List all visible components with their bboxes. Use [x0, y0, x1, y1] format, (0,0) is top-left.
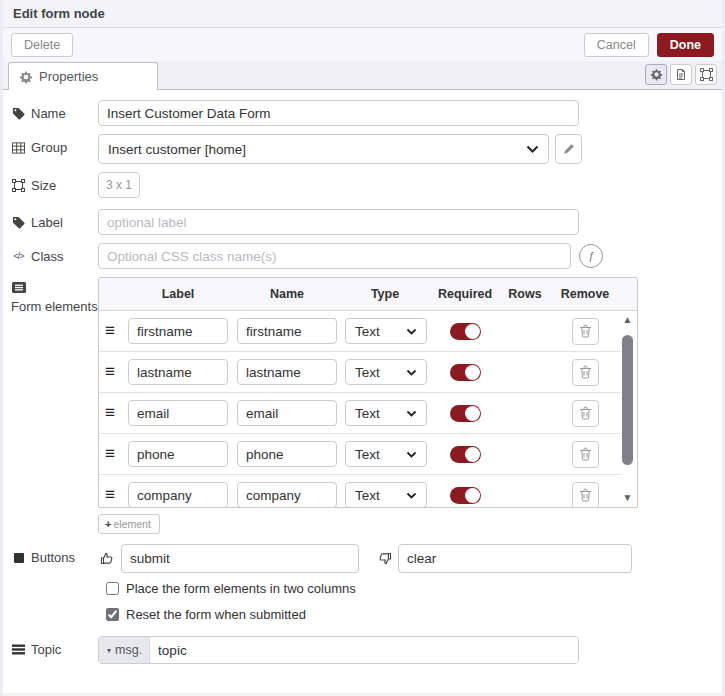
buttons-row: Buttons	[11, 544, 714, 573]
drag-handle[interactable]: ≡	[99, 485, 115, 504]
required-toggle[interactable]	[450, 446, 481, 463]
drag-handle[interactable]: ≡	[99, 362, 115, 381]
drag-handle[interactable]: ≡	[99, 403, 115, 422]
edit-group-button[interactable]	[555, 134, 582, 164]
reset-checkbox[interactable]	[106, 608, 119, 621]
toggle-knob	[465, 365, 480, 380]
required-cell	[429, 446, 501, 463]
column-label: Label	[123, 287, 233, 301]
group-select[interactable]: Insert customer [home]	[98, 134, 549, 164]
size-label: Size	[11, 172, 98, 194]
remove-cell	[549, 441, 621, 468]
appearance-icon	[700, 68, 713, 81]
element-label-input[interactable]	[128, 400, 228, 426]
properties-form: Name Group Insert customer [home]	[3, 90, 722, 664]
remove-cell	[549, 318, 621, 345]
required-toggle[interactable]	[450, 323, 481, 340]
done-button[interactable]: Done	[657, 33, 714, 57]
toggle-knob	[465, 406, 480, 421]
reset-option: Reset the form when submitted	[106, 607, 714, 622]
scroll-up-arrow[interactable]: ▲	[619, 313, 636, 327]
two-columns-label: Place the form elements in two columns	[126, 581, 356, 596]
required-toggle[interactable]	[450, 405, 481, 422]
element-name-input[interactable]	[237, 318, 337, 344]
column-type: Type	[341, 287, 429, 301]
clear-button-input[interactable]	[398, 544, 632, 573]
element-name-input[interactable]	[237, 441, 337, 467]
name-row: Name	[11, 100, 714, 126]
plus-icon: +	[105, 518, 111, 530]
fx-icon: ƒ	[588, 250, 594, 262]
gear-icon	[19, 70, 33, 84]
class-input[interactable]	[98, 243, 571, 269]
required-toggle[interactable]	[450, 487, 481, 504]
tag-icon	[11, 107, 26, 120]
form-element-row: ≡ Text	[99, 393, 621, 434]
required-toggle[interactable]	[450, 364, 481, 381]
chevron-down-icon	[406, 451, 417, 458]
delete-element-button[interactable]	[572, 400, 599, 427]
tab-properties-label: Properties	[39, 69, 98, 84]
size-button[interactable]: 3 x 1	[98, 172, 140, 198]
document-icon	[675, 68, 687, 81]
topic-label: Topic	[11, 636, 98, 658]
add-element-button[interactable]: +element	[98, 514, 160, 534]
dialog-button-row: Delete Cancel Done	[3, 28, 722, 61]
type-cell: Text	[341, 441, 429, 467]
scrollbar-thumb[interactable]	[622, 335, 633, 465]
label-input[interactable]	[98, 209, 579, 235]
element-name-input[interactable]	[237, 482, 337, 507]
delete-element-button[interactable]	[572, 441, 599, 468]
chevron-down-icon	[406, 328, 417, 335]
element-type-select[interactable]: Text	[345, 400, 427, 426]
submit-button-input[interactable]	[121, 544, 359, 573]
column-remove: Remove	[549, 287, 621, 301]
trash-icon	[579, 406, 592, 420]
gear-icon	[650, 68, 663, 81]
form-elements-row: Form elements Label Name Type Required R…	[11, 277, 714, 508]
element-type-select[interactable]: Text	[345, 482, 427, 507]
type-cell: Text	[341, 318, 429, 344]
trash-icon	[579, 365, 592, 379]
label-cell	[123, 359, 233, 385]
topic-input[interactable]	[150, 637, 578, 663]
element-type-select[interactable]: Text	[345, 359, 427, 385]
delete-element-button[interactable]	[572, 359, 599, 386]
name-cell	[233, 441, 341, 467]
element-type-select[interactable]: Text	[345, 441, 427, 467]
element-label-input[interactable]	[128, 482, 228, 507]
node-properties-button[interactable]	[645, 64, 667, 85]
topic-type-button[interactable]: ▾ msg.	[99, 637, 150, 663]
tab-properties[interactable]: Properties	[8, 62, 158, 90]
drag-handle[interactable]: ≡	[99, 321, 115, 340]
topic-row: Topic ▾ msg.	[11, 636, 714, 664]
label-row: Label	[11, 209, 714, 235]
element-type-select[interactable]: Text	[345, 318, 427, 344]
element-name-input[interactable]	[237, 359, 337, 385]
element-label-input[interactable]	[128, 441, 228, 467]
drag-handle-cell: ≡	[99, 485, 123, 505]
name-cell	[233, 359, 341, 385]
element-label-input[interactable]	[128, 318, 228, 344]
delete-element-button[interactable]	[572, 482, 599, 508]
name-input[interactable]	[98, 100, 579, 126]
node-description-button[interactable]	[670, 64, 692, 85]
cancel-button[interactable]: Cancel	[584, 33, 649, 57]
delete-element-button[interactable]	[572, 318, 599, 345]
drag-handle[interactable]: ≡	[99, 444, 115, 463]
dynamic-class-button[interactable]: ƒ	[579, 244, 603, 268]
scrollbar[interactable]: ▲ ▼	[619, 313, 636, 505]
node-appearance-button[interactable]	[695, 64, 717, 85]
element-label-input[interactable]	[128, 359, 228, 385]
scroll-down-arrow[interactable]: ▼	[619, 491, 636, 505]
name-label: Name	[11, 100, 98, 122]
drag-handle-cell: ≡	[99, 444, 123, 464]
chevron-down-icon	[406, 492, 417, 499]
delete-button[interactable]: Delete	[11, 33, 73, 57]
element-name-input[interactable]	[237, 400, 337, 426]
two-columns-checkbox[interactable]	[106, 582, 119, 595]
chevron-down-icon	[406, 410, 417, 417]
edit-form-node-dialog: Edit form node Delete Cancel Done Proper…	[0, 0, 725, 696]
reset-label: Reset the form when submitted	[126, 607, 306, 622]
pencil-icon	[563, 143, 575, 155]
